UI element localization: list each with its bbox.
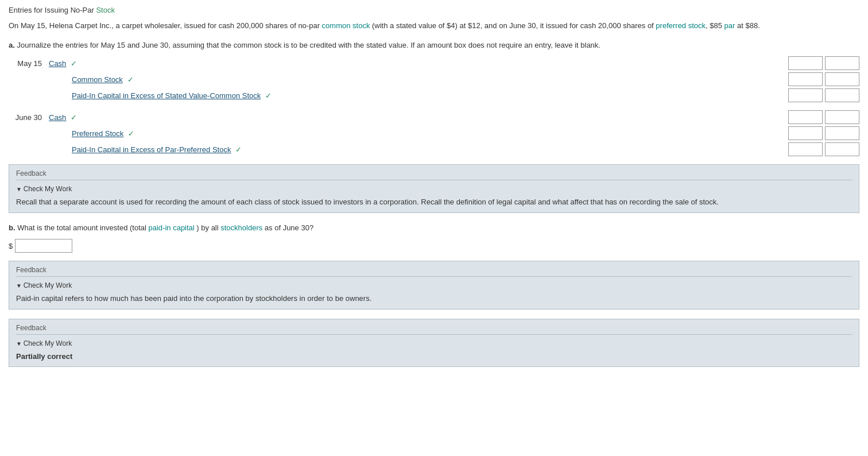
feedback-box-3: Feedback Check My Work Partially correct bbox=[9, 319, 859, 368]
cash1-check: ✓ bbox=[71, 59, 77, 68]
june30-paid-in-preferred-account: Paid-In Capital in Excess of Par-Preferr… bbox=[49, 145, 782, 154]
common-stock-check: ✓ bbox=[127, 75, 134, 84]
feedback-box-1: Feedback Check My Work Recall that a sep… bbox=[9, 164, 859, 213]
june30-cash-debit[interactable] bbox=[788, 110, 823, 124]
may15-cash-account: Cash ✓ bbox=[49, 59, 782, 68]
stockholders-link[interactable]: stockholders bbox=[220, 223, 262, 232]
cash2-link[interactable]: Cash bbox=[49, 113, 66, 122]
june30-cash-credit[interactable] bbox=[825, 110, 859, 124]
june30-date: June 30 bbox=[9, 113, 49, 122]
may15-common-stock-row: Common Stock ✓ bbox=[9, 72, 859, 86]
feedback-label-2: Feedback bbox=[16, 266, 852, 277]
check-my-work-1[interactable]: Check My Work bbox=[16, 185, 852, 193]
june30-cash-account: Cash ✓ bbox=[49, 113, 782, 122]
preferred-stock-link[interactable]: preferred stock bbox=[656, 21, 706, 30]
may15-common-stock-credit[interactable] bbox=[825, 72, 859, 86]
section-b-label: b. What is the total amount invested (to… bbox=[9, 222, 859, 234]
feedback-box-2: Feedback Check My Work Paid-in capital r… bbox=[9, 261, 859, 310]
total-invested-row: $ bbox=[9, 239, 859, 253]
title-stock-word: Stock bbox=[96, 6, 115, 14]
preferred-stock-check: ✓ bbox=[128, 129, 134, 138]
problem-statement: On May 15, Helena Carpet Inc., a carpet … bbox=[9, 20, 859, 32]
cash1-link[interactable]: Cash bbox=[49, 59, 66, 68]
feedback-label-3: Feedback bbox=[16, 324, 852, 335]
par-link[interactable]: par bbox=[724, 21, 735, 30]
page-title: Entries for Issuing No-Par Stock bbox=[9, 6, 859, 14]
june30-preferred-stock-credit[interactable] bbox=[825, 126, 859, 140]
may15-common-stock-account: Common Stock ✓ bbox=[49, 75, 782, 84]
feedback-label-1: Feedback bbox=[16, 169, 852, 180]
total-invested-input[interactable] bbox=[15, 239, 72, 253]
june30-preferred-stock-account: Preferred Stock ✓ bbox=[49, 129, 782, 138]
section-b: b. What is the total amount invested (to… bbox=[9, 222, 859, 253]
may15-paid-in-common-row: Paid-In Capital in Excess of Stated Valu… bbox=[9, 88, 859, 102]
section-a-label: a. Journalize the entries for May 15 and… bbox=[9, 40, 859, 51]
june30-paid-in-preferred-debit[interactable] bbox=[788, 142, 823, 156]
dollar-sign: $ bbox=[9, 242, 13, 250]
paid-in-preferred-link[interactable]: Paid-In Capital in Excess of Par-Preferr… bbox=[72, 145, 231, 154]
june30-paid-in-preferred-row: Paid-In Capital in Excess of Par-Preferr… bbox=[9, 142, 859, 156]
may15-paid-in-common-debit[interactable] bbox=[788, 88, 823, 102]
paid-in-capital-link[interactable]: paid-in capital bbox=[149, 223, 195, 232]
paid-in-preferred-check: ✓ bbox=[235, 145, 242, 154]
may15-paid-in-common-account: Paid-In Capital in Excess of Stated Valu… bbox=[49, 91, 782, 100]
june30-paid-in-preferred-credit[interactable] bbox=[825, 142, 859, 156]
may15-paid-in-common-inputs bbox=[788, 88, 859, 102]
feedback-text-3: Partially correct bbox=[16, 351, 852, 362]
may15-common-stock-debit[interactable] bbox=[788, 72, 823, 86]
june30-paid-in-preferred-inputs bbox=[788, 142, 859, 156]
may15-cash-row: May 15 Cash ✓ bbox=[9, 56, 859, 70]
cash2-check: ✓ bbox=[71, 113, 77, 122]
check-my-work-2[interactable]: Check My Work bbox=[16, 281, 852, 289]
may15-date: May 15 bbox=[9, 59, 49, 68]
may15-cash-inputs bbox=[788, 56, 859, 70]
may15-common-stock-inputs bbox=[788, 72, 859, 86]
may15-cash-debit[interactable] bbox=[788, 56, 823, 70]
check-my-work-3[interactable]: Check My Work bbox=[16, 339, 852, 347]
june30-preferred-stock-debit[interactable] bbox=[788, 126, 823, 140]
paid-in-common-link[interactable]: Paid-In Capital in Excess of Stated Valu… bbox=[72, 91, 261, 100]
june30-cash-row: June 30 Cash ✓ bbox=[9, 110, 859, 124]
june30-cash-inputs bbox=[788, 110, 859, 124]
paid-in-common-check: ✓ bbox=[265, 91, 272, 100]
may15-cash-credit[interactable] bbox=[825, 56, 859, 70]
june30-preferred-stock-row: Preferred Stock ✓ bbox=[9, 126, 859, 140]
feedback-text-2: Paid-in capital refers to how much has b… bbox=[16, 293, 852, 304]
common-stock-link[interactable]: common stock bbox=[322, 21, 370, 30]
preferred-stock-link[interactable]: Preferred Stock bbox=[72, 129, 123, 138]
may15-paid-in-common-credit[interactable] bbox=[825, 88, 859, 102]
common-stock-link[interactable]: Common Stock bbox=[72, 75, 123, 84]
june30-preferred-stock-inputs bbox=[788, 126, 859, 140]
feedback-text-1: Recall that a separate account is used f… bbox=[16, 196, 852, 208]
